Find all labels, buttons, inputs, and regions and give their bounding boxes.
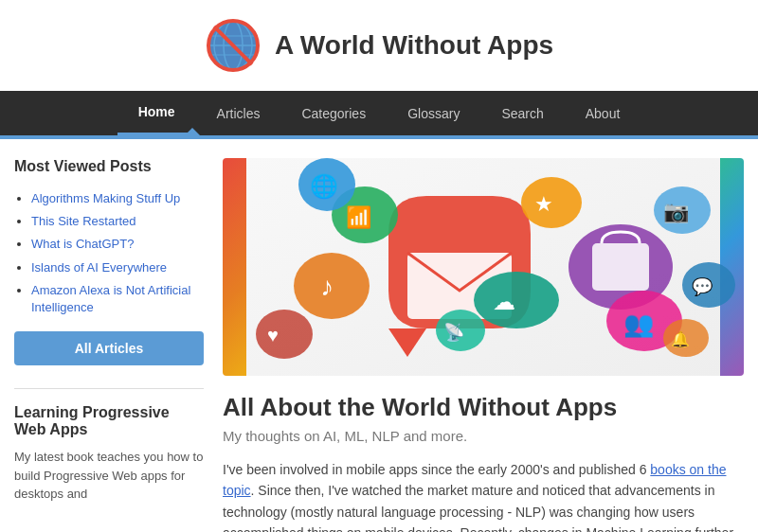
post-link-2[interactable]: This Site Restarted <box>31 214 136 228</box>
svg-text:♪: ♪ <box>320 272 334 301</box>
list-item: This Site Restarted <box>31 213 204 230</box>
sidebar-divider <box>14 388 204 389</box>
post-link-5[interactable]: Amazon Alexa is Not Artificial Intellige… <box>31 283 190 314</box>
book-desc: My latest book teaches you how to build … <box>14 448 204 504</box>
article-body-rest: . Since then, I've watched the market ma… <box>223 483 733 532</box>
article-body: I've been involved in mobile apps since … <box>223 459 744 532</box>
site-header: A World Without Apps <box>0 0 758 91</box>
post-link-3[interactable]: What is ChatGPT? <box>31 237 134 251</box>
svg-text:★: ★ <box>534 192 553 216</box>
list-item: Amazon Alexa is Not Artificial Intellige… <box>31 282 204 316</box>
nav-indicator <box>185 128 200 135</box>
article-subtitle: My thoughts on AI, ML, NLP and more. <box>223 428 744 444</box>
svg-rect-11 <box>592 243 649 291</box>
site-logo <box>205 17 262 74</box>
svg-text:📶: 📶 <box>346 204 372 230</box>
svg-text:📡: 📡 <box>443 322 465 343</box>
book-title: Learning Progressive Web Apps <box>14 404 204 438</box>
article-body-start: I've been involved in mobile apps since … <box>223 462 650 477</box>
nav-categories[interactable]: Categories <box>280 93 387 134</box>
svg-point-16 <box>474 272 559 328</box>
list-item: Algorithms Making Stuff Up <box>31 190 204 207</box>
svg-text:🌐: 🌐 <box>310 172 338 200</box>
all-articles-button[interactable]: All Articles <box>14 331 204 365</box>
svg-text:♥: ♥ <box>267 325 279 346</box>
svg-text:☁: ☁ <box>493 289 515 314</box>
post-link-1[interactable]: Algorithms Making Stuff Up <box>31 191 180 205</box>
main-nav: Home Articles Categories Glossary Search… <box>0 91 758 135</box>
site-title: A World Without Apps <box>275 30 553 61</box>
nav-articles[interactable]: Articles <box>196 93 281 134</box>
main-content: Most Viewed Posts Algorithms Making Stuf… <box>0 139 758 532</box>
list-item: Islands of AI Everywhere <box>31 259 204 276</box>
list-item: What is ChatGPT? <box>31 236 204 253</box>
nav-search[interactable]: Search <box>480 93 564 134</box>
svg-point-28 <box>256 310 313 359</box>
svg-text:📷: 📷 <box>663 199 690 224</box>
nav-about[interactable]: About <box>565 93 641 134</box>
nav-glossary[interactable]: Glossary <box>387 93 480 134</box>
svg-text:🔔: 🔔 <box>671 330 690 348</box>
svg-text:💬: 💬 <box>692 276 713 297</box>
svg-text:👥: 👥 <box>623 309 655 339</box>
post-link-4[interactable]: Islands of AI Everywhere <box>31 260 167 275</box>
most-viewed-title: Most Viewed Posts <box>14 158 204 179</box>
most-viewed-list: Algorithms Making Stuff Up This Site Res… <box>14 190 204 316</box>
sidebar: Most Viewed Posts Algorithms Making Stuf… <box>14 158 223 532</box>
article-area: ♪ 📶 ☁ 🌐 <box>223 158 744 532</box>
hero-image: ♪ 📶 ☁ 🌐 <box>223 158 744 376</box>
article-title: All About the World Without Apps <box>223 393 744 422</box>
